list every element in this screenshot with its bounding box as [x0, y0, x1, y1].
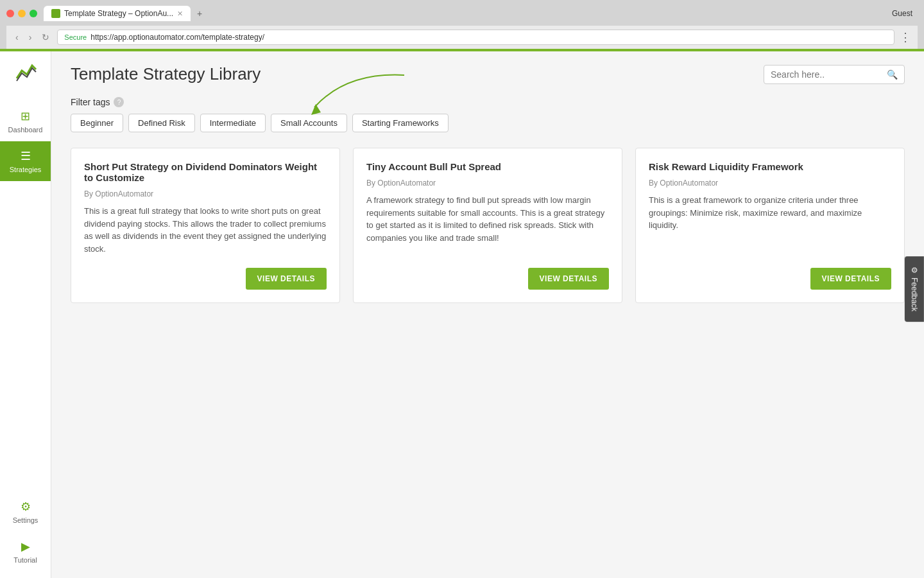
sidebar-label-tutorial: Tutorial — [13, 556, 37, 564]
card-3-footer: VIEW DETAILS — [649, 268, 891, 290]
dashboard-icon: ⊞ — [21, 109, 30, 123]
browser-chrome: Template Strategy – OptionAu... ✕ + Gues… — [0, 0, 924, 49]
sidebar-bottom: ⚙ Settings ▶ Tutorial — [13, 492, 38, 578]
filter-tag-intermediate[interactable]: Intermediate — [200, 114, 266, 132]
filter-tag-defined-risk[interactable]: Defined Risk — [128, 114, 195, 132]
new-tab-button[interactable]: + — [191, 5, 209, 22]
page-title: Template Strategy Library — [71, 64, 261, 84]
filter-section: Filter tags ? Beginner Defined Risk Inte… — [71, 97, 905, 132]
tab-favicon — [51, 9, 60, 18]
strategy-card-3: Risk Reward Liquidity Framework By Optio… — [635, 148, 905, 303]
minimize-button[interactable] — [18, 10, 26, 17]
search-icon[interactable]: 🔍 — [887, 69, 898, 80]
tab-title: Template Strategy – OptionAu... — [64, 9, 173, 18]
card-2-description: A framework strategy to find bull put sp… — [366, 194, 609, 255]
strategy-card-2: Tiny Account Bull Put Spread By OptionAu… — [353, 148, 622, 303]
address-bar[interactable]: Secure https://app.optionautomator.com/t… — [57, 30, 894, 45]
sidebar-item-tutorial[interactable]: ▶ Tutorial — [13, 532, 38, 572]
card-3-author: By OptionAutomator — [649, 179, 891, 188]
cards-grid: Short Put Strategy on Dividend Dominator… — [71, 148, 905, 303]
search-box[interactable]: 🔍 — [764, 65, 905, 84]
card-3-title: Risk Reward Liquidity Framework — [649, 161, 891, 172]
filter-tag-beginner[interactable]: Beginner — [71, 114, 123, 132]
sidebar-label-dashboard: Dashboard — [8, 126, 43, 134]
feedback-icon: ⚙ — [910, 267, 919, 274]
reload-button[interactable]: ↻ — [39, 31, 52, 44]
traffic-lights — [6, 10, 37, 17]
card-2-author: By OptionAutomator — [366, 179, 609, 188]
card-1-view-details-button[interactable]: VIEW DETAILS — [246, 268, 327, 290]
page-header: Template Strategy Library 🔍 — [71, 64, 905, 84]
sidebar-label-settings: Settings — [13, 516, 38, 524]
back-button[interactable]: ‹ — [13, 31, 21, 44]
card-2-view-details-button[interactable]: VIEW DETAILS — [528, 268, 609, 290]
card-3-description: This is a great framework to organize cr… — [649, 194, 891, 255]
card-1-description: This is a great full strategy that looks… — [84, 205, 327, 255]
card-2-footer: VIEW DETAILS — [366, 268, 609, 290]
main-content: Template Strategy Library 🔍 Filter tags … — [51, 51, 924, 578]
filter-tag-small-accounts[interactable]: Small Accounts — [271, 114, 347, 132]
card-1-footer: VIEW DETAILS — [84, 268, 327, 290]
secure-badge: Secure — [64, 33, 87, 41]
sidebar-label-strategies: Strategies — [10, 166, 42, 173]
search-input[interactable] — [771, 69, 883, 80]
sidebar-item-strategies[interactable]: ☰ Strategies — [0, 141, 51, 181]
strategy-card-1: Short Put Strategy on Dividend Dominator… — [71, 148, 340, 303]
help-icon[interactable]: ? — [114, 97, 124, 107]
sidebar-item-settings[interactable]: ⚙ Settings — [13, 492, 38, 532]
filter-label-text: Filter tags — [71, 97, 110, 107]
settings-icon: ⚙ — [21, 500, 31, 514]
sidebar-item-dashboard[interactable]: ⊞ Dashboard — [0, 101, 51, 141]
card-3-view-details-button[interactable]: VIEW DETAILS — [810, 268, 891, 290]
filter-tags: Beginner Defined Risk Intermediate Small… — [71, 114, 905, 132]
feedback-label: Feedback — [910, 277, 919, 311]
card-1-author: By OptionAutomator — [84, 189, 327, 198]
card-2-title: Tiny Account Bull Put Spread — [366, 161, 609, 172]
filter-tag-starting-frameworks[interactable]: Starting Frameworks — [352, 114, 449, 132]
browser-nav: ‹ › ↻ Secure https://app.optionautomator… — [6, 26, 918, 49]
card-1-title: Short Put Strategy on Dividend Dominator… — [84, 161, 327, 183]
maximize-button[interactable] — [30, 10, 37, 17]
browser-tab[interactable]: Template Strategy – OptionAu... ✕ — [44, 6, 191, 21]
app-logo — [12, 58, 40, 89]
tab-close-icon[interactable]: ✕ — [177, 10, 183, 18]
browser-menu-button[interactable]: ⋮ — [900, 30, 911, 44]
feedback-tab[interactable]: ⚙ Feedback — [905, 256, 924, 322]
forward-button[interactable]: › — [26, 31, 35, 44]
sidebar: ⊞ Dashboard ☰ Strategies ⚙ Settings ▶ Tu… — [0, 51, 51, 578]
filter-label: Filter tags ? — [71, 97, 905, 107]
app-layout: ⊞ Dashboard ☰ Strategies ⚙ Settings ▶ Tu… — [0, 51, 924, 578]
strategies-icon: ☰ — [21, 149, 31, 163]
guest-label: Guest — [892, 9, 912, 18]
address-url: https://app.optionautomator.com/template… — [90, 33, 264, 42]
tutorial-icon: ▶ — [21, 539, 30, 554]
close-button[interactable] — [6, 10, 14, 17]
